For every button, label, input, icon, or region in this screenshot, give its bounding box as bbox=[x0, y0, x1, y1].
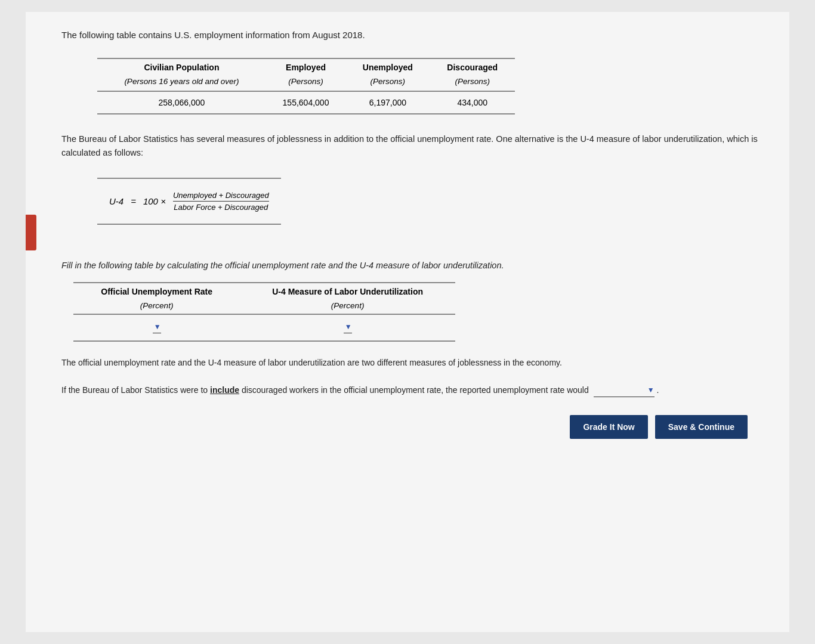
bureau-text: The Bureau of Labor Statistics has sever… bbox=[61, 132, 760, 160]
fill-col1-header: Official Unemployment Rate bbox=[73, 283, 240, 300]
save-button[interactable]: Save & Continue bbox=[655, 415, 748, 439]
bottom-text-2: If the Bureau of Labor Statistics were t… bbox=[61, 384, 760, 397]
data-col4: 434,000 bbox=[430, 91, 515, 113]
official-rate-arrow: ▼ bbox=[154, 323, 161, 331]
data-col1: 258,066,000 bbox=[97, 91, 266, 113]
col1-header: Civilian Population bbox=[97, 59, 266, 76]
page-container: The following table contains U.S. employ… bbox=[26, 12, 789, 632]
data-col2: 155,604,000 bbox=[266, 91, 345, 113]
official-rate-underline: ▼ bbox=[153, 322, 161, 333]
official-rate-container: ▼ bbox=[85, 322, 228, 333]
col2-header: Employed bbox=[266, 59, 345, 76]
formula: U-4 = 100 × Unemployed + Discouraged Lab… bbox=[109, 191, 269, 212]
u4-measure-arrow: ▼ bbox=[345, 323, 352, 331]
formula-equals: = bbox=[131, 196, 136, 206]
formula-lhs: U-4 bbox=[109, 196, 124, 206]
formula-numerator: Unemployed + Discouraged bbox=[173, 191, 269, 202]
fill-col2-cell: ▼ bbox=[240, 314, 455, 340]
formula-wrapper: U-4 = 100 × Unemployed + Discouraged Lab… bbox=[97, 178, 281, 225]
would-dropdown-arrow: ▼ bbox=[647, 385, 655, 395]
button-row: Grade It Now Save & Continue bbox=[61, 415, 760, 439]
fill-col1-subheader: (Percent) bbox=[73, 300, 240, 314]
bottom-text-period: . bbox=[657, 385, 659, 395]
bottom-text-1: The official unemployment rate and the U… bbox=[61, 357, 760, 369]
formula-denominator: Labor Force + Discouraged bbox=[174, 202, 268, 212]
grade-button[interactable]: Grade It Now bbox=[570, 415, 647, 439]
fill-table: Official Unemployment Rate U-4 Measure o… bbox=[73, 282, 455, 342]
would-dropdown-wrapper: increase decrease stay the same ▼ bbox=[594, 385, 655, 397]
would-dropdown[interactable]: increase decrease stay the same bbox=[594, 385, 646, 395]
bottom-text-2a: If the Bureau of Labor Statistics were t… bbox=[61, 385, 210, 395]
col3-subheader: (Persons) bbox=[345, 76, 430, 91]
u4-measure-underline: ▼ bbox=[344, 322, 352, 333]
fill-bottom-border bbox=[73, 340, 455, 341]
table-row: 258,066,000 155,604,000 6,197,000 434,00… bbox=[97, 91, 515, 113]
bottom-text-2b: discouraged workers in the official unem… bbox=[239, 385, 589, 395]
side-decoration bbox=[26, 215, 36, 250]
col1-subheader: (Persons 16 years old and over) bbox=[97, 76, 266, 91]
fill-col1-cell: ▼ bbox=[73, 314, 240, 340]
data-col3: 6,197,000 bbox=[345, 91, 430, 113]
col4-header: Discouraged bbox=[430, 59, 515, 76]
data-table-wrapper: Civilian Population Employed Unemployed … bbox=[97, 58, 760, 114]
fill-col2-subheader: (Percent) bbox=[240, 300, 455, 314]
fill-dropdown-row: ▼ ▼ bbox=[73, 314, 455, 340]
formula-multiplier: 100 × bbox=[143, 196, 166, 206]
bottom-text-bold: include bbox=[210, 385, 239, 395]
u4-measure-container: ▼ bbox=[252, 322, 443, 333]
intro-text: The following table contains U.S. employ… bbox=[61, 30, 760, 40]
table-bottom-border bbox=[97, 113, 515, 114]
data-table: Civilian Population Employed Unemployed … bbox=[97, 58, 515, 114]
col4-subheader: (Persons) bbox=[430, 76, 515, 91]
formula-fraction: Unemployed + Discouraged Labor Force + D… bbox=[173, 191, 269, 212]
fill-table-wrapper: Official Unemployment Rate U-4 Measure o… bbox=[73, 282, 760, 342]
col2-subheader: (Persons) bbox=[266, 76, 345, 91]
col3-header: Unemployed bbox=[345, 59, 430, 76]
fill-col2-header: U-4 Measure of Labor Underutilization bbox=[240, 283, 455, 300]
fill-instruction: Fill in the following table by calculati… bbox=[61, 261, 760, 270]
